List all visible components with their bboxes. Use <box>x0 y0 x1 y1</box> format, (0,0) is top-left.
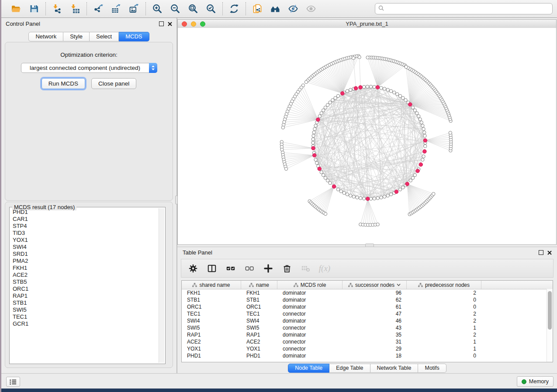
graph-node[interactable] <box>322 173 325 176</box>
graph-node[interactable] <box>349 194 352 197</box>
table-cell[interactable]: RAP1 <box>182 331 241 338</box>
graph-node[interactable] <box>373 197 376 200</box>
table-row[interactable]: FKH1FKH1dominator962 <box>182 289 553 296</box>
show-all-button[interactable] <box>305 3 317 14</box>
zoom-in-button[interactable] <box>152 3 163 14</box>
graph-node[interactable] <box>320 112 323 115</box>
graph-hub-node[interactable] <box>318 167 322 171</box>
graph-node[interactable] <box>352 195 355 198</box>
graph-node[interactable] <box>411 176 414 179</box>
graph-node[interactable] <box>376 196 379 199</box>
graph-hub-node[interactable] <box>366 197 370 201</box>
table-cell[interactable]: ACE2 <box>182 338 241 345</box>
tab-network[interactable]: Network <box>28 32 63 41</box>
table-cell[interactable]: FKH1 <box>241 289 277 296</box>
graph-node[interactable] <box>386 88 389 91</box>
graph-hub-node[interactable] <box>316 118 320 122</box>
graph-node[interactable] <box>422 155 425 158</box>
table-cell[interactable]: 2 <box>407 331 481 338</box>
table-cell[interactable]: 0 <box>407 296 481 303</box>
graph-node[interactable] <box>380 196 383 199</box>
graph-node[interactable] <box>329 101 332 104</box>
graph-hub-node[interactable] <box>408 103 412 107</box>
graph-node[interactable] <box>422 127 425 131</box>
graph-node[interactable] <box>312 134 315 137</box>
table-cell[interactable]: SWI4 <box>241 317 277 324</box>
delete-button[interactable] <box>281 263 293 274</box>
mcds-result-item[interactable]: YOX1 <box>13 237 159 244</box>
table-cell[interactable]: PHD1 <box>241 352 277 359</box>
graph-node[interactable] <box>419 118 422 121</box>
graph-node[interactable] <box>326 103 329 107</box>
tab-network-table[interactable]: Network Table <box>370 364 419 373</box>
graph-hub-node[interactable] <box>423 150 427 154</box>
mcds-result-item[interactable]: RAP1 <box>13 292 159 299</box>
table-cell[interactable]: TEC1 <box>182 310 241 317</box>
table-row[interactable]: TEC1TEC1connector472 <box>182 310 553 317</box>
search-input[interactable] <box>386 5 549 13</box>
graph-hub-node[interactable] <box>359 86 363 89</box>
table-cell[interactable]: 46 <box>343 317 407 324</box>
graph-node[interactable] <box>411 106 414 109</box>
tab-edge-table[interactable]: Edge Table <box>329 364 370 373</box>
table-cell[interactable]: 2 <box>407 310 481 317</box>
graph-node[interactable] <box>336 188 339 191</box>
mcds-list-scrollbar[interactable] <box>159 208 164 363</box>
tab-node-table[interactable]: Node Table <box>288 364 329 373</box>
graph-hub-node[interactable] <box>423 138 427 142</box>
graph-node[interactable] <box>424 144 427 148</box>
graph-hub-node[interactable] <box>311 146 315 150</box>
show-panels-button[interactable] <box>6 377 20 387</box>
graph-node[interactable] <box>449 131 452 134</box>
table-cell[interactable]: 0 <box>407 303 481 310</box>
graph-node[interactable] <box>358 55 361 58</box>
graph-node[interactable] <box>311 141 315 144</box>
mcds-result-item[interactable]: STP4 <box>13 223 159 230</box>
table-cell[interactable]: 1 <box>407 338 481 345</box>
graph-node[interactable] <box>413 173 416 176</box>
graph-node[interactable] <box>398 94 401 97</box>
graph-node[interactable] <box>432 192 435 195</box>
graph-node[interactable] <box>311 138 315 141</box>
graph-node[interactable] <box>352 56 355 59</box>
hide-selected-button[interactable] <box>287 3 299 14</box>
float-panel-icon[interactable] <box>159 21 164 26</box>
table-cell[interactable]: SWI5 <box>241 324 277 331</box>
graph-node[interactable] <box>281 126 284 129</box>
table-cell[interactable]: 96 <box>343 289 407 296</box>
table-cell[interactable]: ORC1 <box>241 303 277 310</box>
graph-hub-node[interactable] <box>419 163 423 167</box>
graph-node[interactable] <box>389 89 392 93</box>
graph-node[interactable] <box>362 197 365 200</box>
column-header-name[interactable]: name <box>241 281 277 289</box>
table-cell[interactable]: connector <box>277 338 343 345</box>
graph-node[interactable] <box>346 193 349 196</box>
table-cell[interactable]: 1 <box>407 345 481 352</box>
table-row[interactable]: SWI5SWI5connector431 <box>182 324 553 331</box>
graph-node[interactable] <box>322 109 325 112</box>
graph-node[interactable] <box>401 186 405 189</box>
graph-node[interactable] <box>362 85 365 88</box>
tab-motifs[interactable]: Motifs <box>418 364 446 373</box>
export-image-button[interactable] <box>128 3 140 14</box>
refresh-button[interactable] <box>228 3 240 14</box>
graph-node[interactable] <box>314 158 317 161</box>
graph-node[interactable] <box>284 167 287 170</box>
import-table-button[interactable] <box>69 3 81 14</box>
graph-node[interactable] <box>409 179 412 182</box>
graph-node[interactable] <box>324 176 327 179</box>
table-cell[interactable]: connector <box>277 324 343 331</box>
graph-node[interactable] <box>312 131 315 134</box>
graph-node[interactable] <box>343 191 346 194</box>
graph-hub-node[interactable] <box>394 190 398 194</box>
mcds-result-item[interactable]: ORC1 <box>13 285 159 292</box>
search-box[interactable] <box>375 3 553 14</box>
network-view-titlebar[interactable]: YPA_prune.txt_1 <box>178 20 556 28</box>
table-cell[interactable]: 18 <box>343 352 407 359</box>
mcds-result-item[interactable]: STB5 <box>13 279 159 285</box>
mcds-result-item[interactable]: SRD1 <box>13 251 159 258</box>
mcds-result-item[interactable]: STB1 <box>13 299 159 306</box>
graph-node[interactable] <box>320 171 323 174</box>
graph-node[interactable] <box>389 193 392 196</box>
table-row[interactable]: ORC1ORC1dominator610 <box>182 303 553 310</box>
